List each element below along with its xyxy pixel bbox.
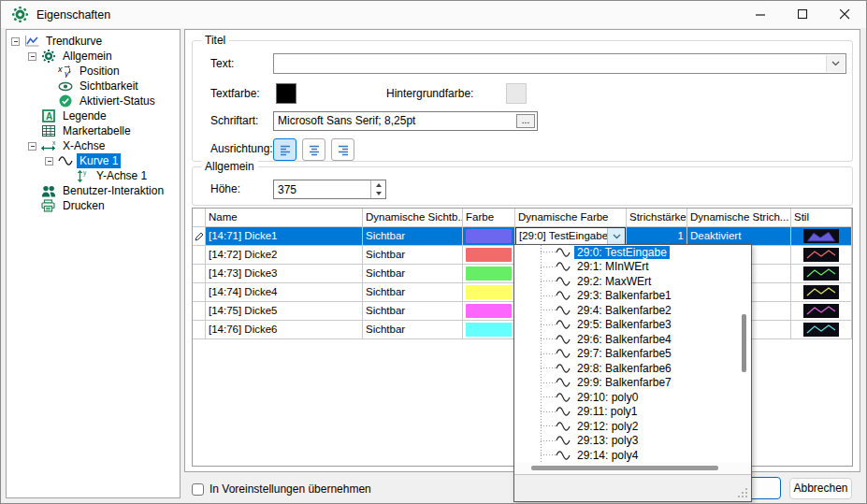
dropdown-item[interactable]: 29:14: poly4 bbox=[514, 448, 751, 462]
tree-item-label[interactable]: X-Achse bbox=[60, 138, 108, 153]
text-color-swatch[interactable] bbox=[276, 83, 296, 104]
dropdown-item[interactable]: 29:1: MInWErt bbox=[514, 260, 751, 275]
dropdown-item[interactable]: 29:13: poly3 bbox=[514, 434, 751, 449]
column-header[interactable]: Strichstärke bbox=[627, 209, 687, 226]
align-left-button[interactable] bbox=[273, 138, 296, 161]
tree-item[interactable]: Sichtbarkeit bbox=[7, 79, 180, 94]
color-swatch[interactable] bbox=[466, 285, 512, 299]
tree-item-label[interactable]: Position bbox=[77, 64, 123, 79]
cell-color[interactable] bbox=[463, 227, 515, 245]
dropdown-item[interactable]: 29:7: Balkenfarbe5 bbox=[514, 347, 751, 362]
collapse-expander-icon[interactable] bbox=[45, 157, 53, 166]
dropdown-item[interactable]: 29:10: poly0 bbox=[514, 390, 751, 405]
cell-style[interactable] bbox=[791, 302, 852, 320]
height-spinner[interactable]: 375 bbox=[273, 180, 386, 199]
collapse-expander-icon[interactable] bbox=[28, 52, 36, 61]
tree-item[interactable]: Kurve 1 bbox=[7, 153, 180, 168]
dropdown-item[interactable]: 29:0: TestEingabe bbox=[514, 245, 751, 260]
tree-item-label[interactable]: Benutzer-Interaktion bbox=[60, 183, 166, 198]
cell-style[interactable] bbox=[791, 321, 852, 338]
dropdown-item[interactable]: 29:2: MaxWErt bbox=[514, 274, 751, 289]
grid-row[interactable]: [14:71] Dicke1 Sichtbar [29:0] TestEinga… bbox=[193, 227, 852, 246]
tree-item[interactable]: Aktiviert-Status bbox=[7, 94, 180, 108]
horizontal-scrollbar-thumb[interactable] bbox=[531, 466, 718, 470]
tree-item[interactable]: Benutzer-Interaktion bbox=[7, 183, 180, 198]
cell-style[interactable] bbox=[791, 227, 852, 245]
dropdown-item[interactable]: 29:8: Balkenfarbe6 bbox=[514, 361, 751, 376]
chevron-down-icon[interactable] bbox=[607, 228, 625, 244]
color-swatch[interactable] bbox=[466, 248, 512, 262]
chevron-down-icon[interactable] bbox=[826, 55, 845, 72]
cell-style[interactable] bbox=[791, 283, 852, 301]
tree-item-label[interactable]: Markertabelle bbox=[60, 123, 134, 138]
tree-item-label[interactable]: Y-Achse 1 bbox=[94, 168, 150, 183]
color-swatch[interactable] bbox=[466, 266, 512, 281]
cell-color[interactable] bbox=[463, 265, 515, 282]
horizontal-scrollbar[interactable] bbox=[514, 462, 751, 474]
cell-dynamic-color[interactable]: [29:0] TestEingabe bbox=[515, 227, 627, 245]
cell-name[interactable]: [14:71] Dicke1 bbox=[206, 227, 363, 245]
tree-item[interactable]: y Y-Achse 1 bbox=[7, 168, 180, 183]
column-header[interactable]: Dynamische Farbe bbox=[515, 209, 627, 226]
tree-item-label[interactable]: Kurve 1 bbox=[77, 153, 121, 168]
tree-item[interactable]: xy Position bbox=[7, 64, 180, 79]
tree-item-label[interactable]: Drucken bbox=[60, 198, 108, 213]
dropdown-item[interactable]: 29:5: Balkenfarbe3 bbox=[514, 318, 751, 333]
cell-visibility[interactable]: Sichtbar bbox=[363, 246, 463, 264]
color-swatch[interactable] bbox=[466, 304, 512, 318]
maximize-button[interactable] bbox=[782, 1, 824, 28]
cell-visibility[interactable]: Sichtbar bbox=[363, 321, 463, 338]
dropdown-item[interactable]: 29:11: poly1 bbox=[514, 405, 751, 420]
align-right-button[interactable] bbox=[331, 138, 354, 161]
spin-up-icon[interactable] bbox=[371, 180, 385, 190]
font-field[interactable]: Microsoft Sans Serif; 8,25pt ... bbox=[273, 111, 538, 131]
dropdown-item[interactable]: 29:9: Balkenfarbe7 bbox=[514, 376, 751, 391]
color-swatch[interactable] bbox=[466, 229, 512, 243]
tree-item-label[interactable]: Allgemein bbox=[60, 49, 115, 64]
tree-item-label[interactable]: Trendkurve bbox=[43, 34, 105, 49]
cell-name[interactable]: [14:75] Dicke5 bbox=[206, 302, 363, 320]
tree-item-label[interactable]: Legende bbox=[60, 108, 109, 123]
tree-item-label[interactable]: Sichtbarkeit bbox=[77, 79, 141, 94]
cell-stroke-width[interactable]: 1 bbox=[627, 227, 687, 245]
cell-visibility[interactable]: Sichtbar bbox=[363, 265, 463, 282]
tree-item[interactable]: Allgemein bbox=[7, 49, 180, 64]
tree-item-label[interactable]: Aktiviert-Status bbox=[77, 94, 158, 108]
dropdown-item[interactable]: 29:3: Balkenfarbe1 bbox=[514, 289, 751, 304]
cell-style[interactable] bbox=[791, 265, 852, 282]
minimize-button[interactable] bbox=[740, 1, 782, 28]
cancel-button[interactable]: Abbrechen bbox=[789, 478, 852, 499]
cell-visibility[interactable]: Sichtbar bbox=[363, 302, 463, 320]
cell-visibility[interactable]: Sichtbar bbox=[363, 227, 463, 245]
voreinstellungen-checkbox[interactable] bbox=[192, 483, 204, 496]
dynamic-color-combo[interactable]: [29:0] TestEingabe bbox=[515, 227, 626, 245]
dropdown-item[interactable]: 29:12: poly2 bbox=[514, 419, 751, 434]
cell-name[interactable]: [14:73] Dicke3 bbox=[206, 265, 363, 282]
tree-item[interactable]: Markertabelle bbox=[7, 123, 180, 138]
collapse-expander-icon[interactable] bbox=[28, 142, 36, 151]
align-center-button[interactable] bbox=[302, 138, 325, 161]
cell-name[interactable]: [14:72] Dicke2 bbox=[206, 246, 363, 264]
cell-color[interactable] bbox=[463, 246, 515, 264]
column-header[interactable]: Farbe bbox=[463, 209, 515, 226]
color-swatch[interactable] bbox=[466, 323, 512, 337]
tree-item[interactable]: A Legende bbox=[7, 108, 180, 123]
background-color-swatch[interactable] bbox=[506, 83, 527, 104]
tree-item[interactable]: x X-Achse bbox=[7, 138, 180, 153]
resize-grip-icon[interactable] bbox=[737, 487, 748, 498]
vertical-scrollbar-thumb[interactable] bbox=[742, 314, 746, 372]
cell-name[interactable]: [14:76] Dicke6 bbox=[206, 321, 363, 338]
font-picker-button[interactable]: ... bbox=[516, 114, 535, 128]
spin-down-icon[interactable] bbox=[371, 190, 385, 199]
collapse-expander-icon[interactable] bbox=[11, 37, 20, 46]
cell-dynamic-stroke[interactable]: Deaktiviert bbox=[687, 227, 791, 245]
column-header[interactable]: Dynamische Sichtb... bbox=[363, 209, 463, 226]
dropdown-item[interactable]: 29:4: Balkenfarbe2 bbox=[514, 303, 751, 318]
column-header[interactable]: Name bbox=[206, 209, 363, 226]
cell-color[interactable] bbox=[463, 283, 515, 301]
tree-item[interactable]: Trendkurve bbox=[7, 34, 180, 49]
tree-item[interactable]: Drucken bbox=[7, 198, 180, 213]
close-button[interactable] bbox=[824, 1, 866, 28]
cell-color[interactable] bbox=[463, 321, 515, 338]
column-header[interactable]: Dynamische Strich... bbox=[687, 209, 791, 226]
